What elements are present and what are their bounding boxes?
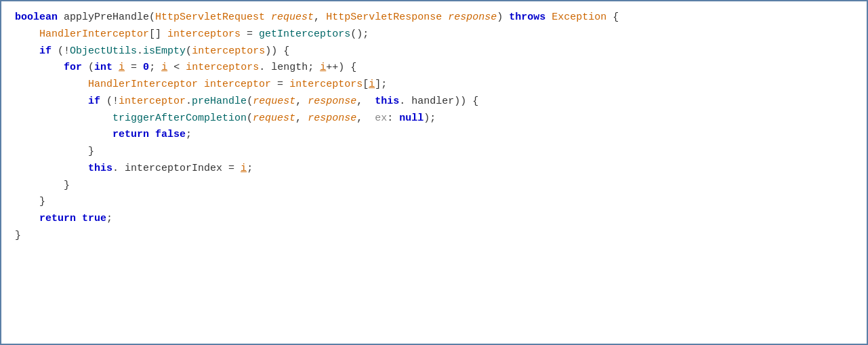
code-line: if (!interceptor.preHandle(request, resp…	[15, 94, 853, 110]
code-line: for (int i = 0; i < interceptors. length…	[15, 60, 853, 77]
code-container: boolean applyPreHandle(HttpServletReques…	[0, 0, 868, 345]
code-line: return false;	[15, 127, 853, 144]
code-line: }	[15, 178, 853, 195]
code-line: this. interceptorIndex = i;	[15, 161, 853, 178]
code-line: if (!ObjectUtils.isEmpty(interceptors)) …	[15, 43, 853, 60]
code-line: }	[15, 144, 853, 161]
code-line: triggerAfterCompletion(request, response…	[15, 110, 853, 127]
code-line: HandlerInterceptor[] interceptors = getI…	[15, 26, 853, 43]
code-line: }	[15, 194, 853, 211]
code-line: return true;	[15, 211, 853, 228]
code-block: boolean applyPreHandle(HttpServletReques…	[1, 9, 867, 245]
code-line: HandlerInterceptor interceptor = interce…	[15, 77, 853, 94]
code-line: boolean applyPreHandle(HttpServletReques…	[15, 9, 853, 26]
code-line: }	[15, 228, 853, 245]
